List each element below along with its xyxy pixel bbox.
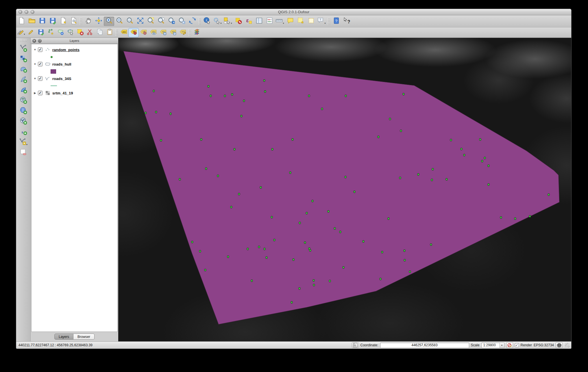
- toolbar-separator-grip[interactable]: [328, 18, 330, 25]
- zoom-out-button[interactable]: [114, 17, 125, 26]
- layer-expander-icon[interactable]: ▼: [33, 63, 37, 66]
- zoom-full-button[interactable]: [135, 17, 145, 26]
- add-wms-layer-button[interactable]: [18, 95, 29, 106]
- paste-features-button[interactable]: [105, 28, 114, 37]
- add-wcs-layer-button[interactable]: [18, 106, 29, 116]
- project-save-as-button[interactable]: [47, 17, 58, 26]
- new-bookmark-button[interactable]: [295, 17, 306, 26]
- zoom-to-layer-button[interactable]: [156, 17, 166, 26]
- copy-features-button[interactable]: [95, 28, 105, 37]
- layer-label[interactable]: random_points: [52, 48, 79, 52]
- new-shapefile-layer-dropdown-icon[interactable]: ▼: [26, 144, 28, 146]
- layer-label[interactable]: roads_hull: [52, 62, 71, 66]
- toolbar-grip[interactable]: [20, 39, 27, 42]
- stop-rendering-icon[interactable]: [506, 342, 513, 348]
- composer-manager-button[interactable]: [68, 17, 79, 26]
- layer-expander-icon[interactable]: ▼: [33, 48, 37, 51]
- mouse-position-icon[interactable]: [352, 342, 359, 348]
- current-edits-dropdown-icon[interactable]: ▼: [23, 33, 25, 35]
- dock-tab-layers[interactable]: Layers: [54, 334, 73, 340]
- change-label-properties-button[interactable]: abc: [178, 28, 188, 37]
- identify-features-button[interactable]: i: [202, 17, 212, 26]
- map-canvas[interactable]: [118, 38, 571, 341]
- window-resize-grip[interactable]: [565, 343, 569, 347]
- add-postgis-layer-button[interactable]: [18, 64, 29, 75]
- add-raster-layer-button[interactable]: [18, 54, 29, 64]
- zoom-last-button[interactable]: [166, 17, 177, 26]
- delete-selected-button[interactable]: [75, 28, 85, 37]
- layer-visibility-checkbox[interactable]: ✓: [38, 47, 42, 52]
- node-tool-button[interactable]: [65, 28, 75, 37]
- dock-close-icon[interactable]: ✕: [32, 39, 36, 43]
- project-save-button[interactable]: [37, 17, 47, 26]
- save-layer-edits-button[interactable]: [36, 28, 46, 37]
- run-feature-action-dropdown-icon[interactable]: ▼: [220, 22, 222, 24]
- current-edits-button[interactable]: ▼: [16, 28, 26, 37]
- pan-map-button[interactable]: [83, 17, 93, 26]
- deselect-features-button[interactable]: [233, 17, 243, 26]
- title-bar[interactable]: QGIS 2.0.1-Dufour: [16, 9, 571, 15]
- pan-to-selection-button[interactable]: [93, 17, 104, 26]
- map-tips-button[interactable]: [285, 17, 295, 26]
- add-spatialite-layer-button[interactable]: [18, 75, 29, 85]
- select-features-dropdown-icon[interactable]: ▼: [230, 22, 232, 24]
- move-label-button[interactable]: abc: [158, 28, 168, 37]
- add-mssql-layer-button[interactable]: [18, 85, 29, 95]
- add-wfs-layer-button[interactable]: [18, 116, 29, 127]
- project-new-button[interactable]: [16, 17, 27, 26]
- zoom-next-button[interactable]: [177, 17, 187, 26]
- highlight-pinned-labels-button[interactable]: ab: [138, 28, 148, 37]
- zoom-in-button[interactable]: [104, 17, 114, 26]
- toolbar-separator-grip[interactable]: [198, 18, 201, 25]
- layer-labeling-options-button[interactable]: abc: [119, 28, 129, 37]
- layer-item-random_points[interactable]: ▼✓random_points: [33, 46, 117, 53]
- cut-features-button[interactable]: [85, 28, 95, 37]
- layer-expander-icon[interactable]: ▶: [33, 92, 37, 94]
- crs-globe-icon[interactable]: [556, 342, 563, 348]
- render-checkbox[interactable]: ✓: [515, 343, 519, 347]
- move-feature-button[interactable]: [56, 28, 65, 37]
- layer-visibility-checkbox[interactable]: ✓: [38, 91, 42, 95]
- scale-combo[interactable]: 1:29800 ▼: [481, 343, 504, 348]
- select-by-expression-button[interactable]: ε: [243, 17, 254, 26]
- layer-label[interactable]: roads_34S: [52, 77, 71, 81]
- new-shapefile-layer-button[interactable]: ▼: [18, 137, 29, 147]
- text-annotation-button[interactable]: T▼: [316, 17, 327, 26]
- layer-item-roads_34S[interactable]: ▼✓roads_34S: [33, 75, 117, 82]
- toolbar-separator-grip[interactable]: [79, 18, 82, 25]
- select-features-button[interactable]: ▼: [223, 17, 233, 26]
- refresh-map-button[interactable]: [187, 17, 197, 26]
- remove-layer-button[interactable]: [18, 147, 29, 158]
- layer-item-roads_hull[interactable]: ▼✓roads_hull: [33, 60, 117, 68]
- field-calculator-button[interactable]: [264, 17, 275, 26]
- layer-label[interactable]: srtm_41_19: [52, 91, 73, 95]
- coordinate-input[interactable]: [380, 343, 469, 348]
- open-attribute-table-button[interactable]: [254, 17, 264, 26]
- layer-expander-icon[interactable]: ▼: [33, 77, 37, 80]
- layer-visibility-checkbox[interactable]: ✓: [38, 76, 42, 81]
- toggle-editing-button[interactable]: [26, 28, 36, 37]
- zoom-native-button[interactable]: 1:1: [125, 17, 135, 26]
- rotate-label-button[interactable]: abc: [168, 28, 178, 37]
- toolbar-separator-grip[interactable]: [188, 29, 191, 36]
- scale-dropdown-icon[interactable]: ▼: [500, 343, 504, 348]
- text-annotation-dropdown-icon[interactable]: ▼: [324, 22, 326, 24]
- pin-unpin-labels-button[interactable]: ab: [129, 28, 138, 37]
- project-open-button[interactable]: [27, 17, 37, 26]
- plugin-layers-button[interactable]: [192, 28, 202, 37]
- add-delimited-text-layer-button[interactable]: ,: [18, 127, 29, 137]
- zoom-to-selection-button[interactable]: [145, 17, 156, 26]
- show-hide-labels-button[interactable]: abc: [148, 28, 158, 37]
- run-feature-action-button[interactable]: ▼: [212, 17, 223, 26]
- dock-float-icon[interactable]: ❐: [38, 39, 42, 43]
- layer-visibility-checkbox[interactable]: ✓: [38, 62, 42, 66]
- measure-dropdown-icon[interactable]: ▼: [282, 22, 284, 24]
- new-print-composer-button[interactable]: [58, 17, 68, 26]
- toolbar-separator-grip[interactable]: [115, 29, 118, 36]
- add-vector-layer-button[interactable]: [18, 43, 29, 54]
- dock-tab-browser[interactable]: Browser: [73, 334, 95, 340]
- show-bookmarks-button[interactable]: [306, 17, 316, 26]
- whats-this-button[interactable]: ?: [341, 17, 352, 26]
- help-contents-button[interactable]: ?: [331, 17, 341, 26]
- layer-item-srtm_41_19[interactable]: ▶✓srtm_41_19: [33, 89, 117, 97]
